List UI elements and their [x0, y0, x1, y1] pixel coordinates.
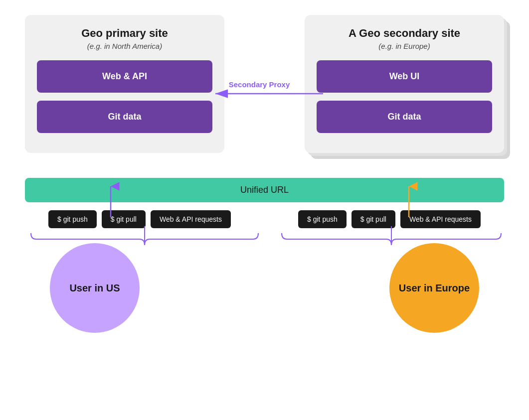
us-commands-group: $ git push $ git pull Web & API requests — [25, 210, 254, 228]
user-us-circle: User in US — [50, 243, 140, 333]
secondary-git-data-box: Git data — [317, 101, 492, 133]
secondary-site-box: A Geo secondary site (e.g. in Europe) We… — [305, 15, 504, 153]
us-commands-pills: $ git push $ git pull Web & API requests — [48, 210, 231, 228]
secondary-web-ui-box: Web UI — [317, 60, 492, 93]
us-git-push: $ git push — [48, 210, 97, 228]
secondary-site-subtitle: (e.g. in Europe) — [317, 42, 492, 50]
user-us-label: User in US — [69, 282, 120, 294]
primary-site-box: Geo primary site (e.g. in North America)… — [25, 15, 224, 153]
sites-row: Geo primary site (e.g. in North America)… — [10, 15, 519, 153]
primary-git-data-box: Git data — [37, 101, 212, 133]
users-row: User in US User in Europe — [10, 243, 519, 333]
diagram-container: Geo primary site (e.g. in North America)… — [0, 0, 529, 420]
europe-commands-pills: $ git push $ git pull Web & API requests — [298, 210, 481, 228]
us-web-api-requests: Web & API requests — [151, 210, 231, 228]
europe-web-api-requests: Web & API requests — [400, 210, 481, 228]
user-europe-circle: User in Europe — [389, 243, 479, 333]
primary-site-subtitle: (e.g. in North America) — [37, 42, 212, 50]
commands-section: $ git push $ git pull Web & API requests… — [10, 210, 519, 228]
unified-url-bar: Unified URL — [25, 178, 504, 202]
unified-url-row: Unified URL — [25, 178, 504, 202]
us-git-pull: $ git pull — [102, 210, 146, 228]
europe-git-push: $ git push — [298, 210, 347, 228]
primary-site-title: Geo primary site — [37, 27, 212, 40]
europe-git-pull: $ git pull — [352, 210, 395, 228]
europe-commands-group: $ git push $ git pull Web & API requests — [275, 210, 504, 228]
user-europe-label: User in Europe — [399, 282, 470, 294]
secondary-site-title: A Geo secondary site — [317, 27, 492, 40]
primary-web-api-box: Web & API — [37, 60, 212, 93]
